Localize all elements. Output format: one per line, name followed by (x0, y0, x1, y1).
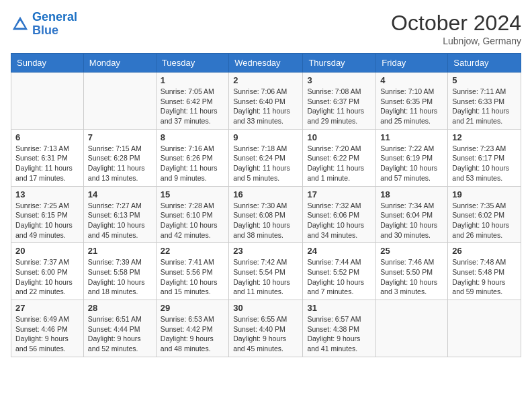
day-info: Sunrise: 7:23 AM Sunset: 6:17 PM Dayligh… (452, 144, 517, 183)
calendar-cell (448, 300, 521, 357)
daylight-text: Daylight: 10 hours and 49 minutes. (15, 221, 73, 239)
calendar-cell: 1 Sunrise: 7:05 AM Sunset: 6:42 PM Dayli… (156, 73, 228, 130)
sunset-text: Sunset: 6:26 PM (161, 154, 213, 162)
sunrise-text: Sunrise: 7:28 AM (161, 201, 214, 210)
sunrise-text: Sunrise: 7:20 AM (307, 144, 361, 152)
sunset-text: Sunset: 5:56 PM (161, 268, 213, 276)
daylight-text: Daylight: 9 hours and 52 minutes. (88, 334, 141, 353)
daylight-text: Daylight: 10 hours and 57 minutes. (380, 164, 437, 182)
sunrise-text: Sunrise: 7:48 AM (452, 258, 506, 266)
day-info: Sunrise: 7:10 AM Sunset: 6:35 PM Dayligh… (380, 87, 443, 126)
sunset-text: Sunset: 6:40 PM (233, 97, 285, 105)
logo-icon (11, 15, 30, 34)
day-number: 22 (161, 246, 224, 256)
day-info: Sunrise: 7:37 AM Sunset: 6:00 PM Dayligh… (15, 257, 79, 297)
calendar-cell: 4 Sunrise: 7:10 AM Sunset: 6:35 PM Dayli… (376, 73, 448, 130)
day-number: 6 (15, 132, 79, 142)
sunrise-text: Sunrise: 7:10 AM (380, 87, 434, 95)
calendar-cell (11, 73, 84, 130)
day-info: Sunrise: 7:32 AM Sunset: 6:06 PM Dayligh… (307, 201, 371, 240)
daylight-text: Daylight: 11 hours and 33 minutes. (233, 107, 290, 125)
day-number: 25 (380, 246, 443, 256)
day-number: 27 (15, 303, 79, 313)
daylight-text: Daylight: 9 hours and 45 minutes. (233, 334, 286, 353)
sunset-text: Sunset: 6:00 PM (15, 268, 68, 276)
calendar-cell: 22 Sunrise: 7:41 AM Sunset: 5:56 PM Dayl… (156, 243, 228, 300)
day-number: 19 (452, 189, 517, 199)
sunset-text: Sunset: 4:44 PM (88, 325, 140, 333)
calendar-cell: 5 Sunrise: 7:11 AM Sunset: 6:33 PM Dayli… (448, 73, 521, 130)
sunrise-text: Sunrise: 7:37 AM (15, 258, 69, 266)
sunset-text: Sunset: 6:17 PM (452, 154, 504, 162)
sunset-text: Sunset: 6:19 PM (380, 154, 433, 162)
calendar-table: SundayMondayTuesdayWednesdayThursdayFrid… (11, 53, 521, 357)
calendar-week-row: 27 Sunrise: 6:49 AM Sunset: 4:46 PM Dayl… (11, 300, 521, 357)
daylight-text: Daylight: 9 hours and 48 minutes. (161, 334, 214, 353)
day-info: Sunrise: 7:35 AM Sunset: 6:02 PM Dayligh… (452, 201, 517, 240)
daylight-text: Daylight: 10 hours and 15 minutes. (161, 278, 218, 296)
sunrise-text: Sunrise: 6:49 AM (15, 315, 69, 323)
weekday-header: Sunday (11, 54, 84, 73)
day-number: 15 (161, 189, 224, 199)
daylight-text: Daylight: 10 hours and 42 minutes. (161, 221, 218, 239)
sunset-text: Sunset: 5:58 PM (88, 268, 140, 276)
sunrise-text: Sunrise: 7:08 AM (307, 87, 361, 95)
logo-line2: Blue (32, 24, 58, 37)
calendar-week-row: 20 Sunrise: 7:37 AM Sunset: 6:00 PM Dayl… (11, 243, 521, 300)
daylight-text: Daylight: 10 hours and 30 minutes. (380, 221, 437, 239)
daylight-text: Daylight: 10 hours and 45 minutes. (88, 221, 145, 239)
daylight-text: Daylight: 11 hours and 1 minute. (307, 164, 364, 182)
day-number: 14 (88, 189, 152, 199)
sunset-text: Sunset: 6:04 PM (380, 211, 433, 219)
logo-line1: General (32, 10, 77, 24)
sunset-text: Sunset: 6:06 PM (307, 211, 359, 219)
day-info: Sunrise: 7:15 AM Sunset: 6:28 PM Dayligh… (88, 144, 152, 183)
day-info: Sunrise: 7:48 AM Sunset: 5:48 PM Dayligh… (452, 257, 517, 297)
calendar-cell: 3 Sunrise: 7:08 AM Sunset: 6:37 PM Dayli… (303, 73, 376, 130)
sunrise-text: Sunrise: 7:39 AM (88, 258, 142, 266)
weekday-header: Thursday (303, 54, 376, 73)
sunset-text: Sunset: 4:42 PM (161, 325, 213, 333)
sunset-text: Sunset: 4:40 PM (233, 325, 285, 333)
calendar-cell: 26 Sunrise: 7:48 AM Sunset: 5:48 PM Dayl… (448, 243, 521, 300)
day-info: Sunrise: 7:20 AM Sunset: 6:22 PM Dayligh… (307, 144, 371, 183)
sunset-text: Sunset: 6:02 PM (452, 211, 504, 219)
day-info: Sunrise: 7:28 AM Sunset: 6:10 PM Dayligh… (161, 201, 224, 240)
calendar-cell: 27 Sunrise: 6:49 AM Sunset: 4:46 PM Dayl… (11, 300, 84, 357)
day-info: Sunrise: 7:41 AM Sunset: 5:56 PM Dayligh… (161, 257, 224, 297)
calendar-cell: 24 Sunrise: 7:44 AM Sunset: 5:52 PM Dayl… (303, 243, 376, 300)
calendar-cell: 30 Sunrise: 6:55 AM Sunset: 4:40 PM Dayl… (229, 300, 303, 357)
daylight-text: Daylight: 11 hours and 29 minutes. (307, 107, 364, 125)
day-info: Sunrise: 7:44 AM Sunset: 5:52 PM Dayligh… (307, 257, 371, 297)
calendar-cell: 6 Sunrise: 7:13 AM Sunset: 6:31 PM Dayli… (11, 129, 84, 186)
sunrise-text: Sunrise: 7:06 AM (233, 87, 287, 95)
day-info: Sunrise: 7:27 AM Sunset: 6:13 PM Dayligh… (88, 201, 152, 240)
day-number: 16 (233, 189, 298, 199)
day-info: Sunrise: 6:51 AM Sunset: 4:44 PM Dayligh… (88, 314, 152, 354)
logo-text: General Blue (32, 11, 77, 38)
day-number: 26 (452, 246, 517, 256)
sunrise-text: Sunrise: 7:44 AM (307, 258, 361, 266)
calendar-cell: 19 Sunrise: 7:35 AM Sunset: 6:02 PM Dayl… (448, 186, 521, 243)
sunrise-text: Sunrise: 7:23 AM (452, 144, 506, 152)
calendar-cell: 9 Sunrise: 7:18 AM Sunset: 6:24 PM Dayli… (229, 129, 303, 186)
day-number: 30 (233, 303, 298, 313)
day-info: Sunrise: 7:42 AM Sunset: 5:54 PM Dayligh… (233, 257, 298, 297)
day-number: 31 (307, 303, 371, 313)
day-number: 7 (88, 132, 152, 142)
calendar-cell: 11 Sunrise: 7:22 AM Sunset: 6:19 PM Dayl… (376, 129, 448, 186)
calendar-cell: 23 Sunrise: 7:42 AM Sunset: 5:54 PM Dayl… (229, 243, 303, 300)
sunset-text: Sunset: 6:33 PM (452, 97, 504, 105)
daylight-text: Daylight: 10 hours and 3 minutes. (380, 278, 437, 296)
sunset-text: Sunset: 4:46 PM (15, 325, 68, 333)
sunset-text: Sunset: 5:54 PM (233, 268, 285, 276)
weekday-header-row: SundayMondayTuesdayWednesdayThursdayFrid… (11, 54, 521, 73)
day-info: Sunrise: 6:55 AM Sunset: 4:40 PM Dayligh… (233, 314, 298, 354)
weekday-header: Friday (376, 54, 448, 73)
day-info: Sunrise: 6:57 AM Sunset: 4:38 PM Dayligh… (307, 314, 371, 354)
calendar-cell (376, 300, 448, 357)
day-info: Sunrise: 7:22 AM Sunset: 6:19 PM Dayligh… (380, 144, 443, 183)
daylight-text: Daylight: 11 hours and 25 minutes. (380, 107, 437, 125)
sunset-text: Sunset: 6:37 PM (307, 97, 359, 105)
calendar-cell: 17 Sunrise: 7:32 AM Sunset: 6:06 PM Dayl… (303, 186, 376, 243)
